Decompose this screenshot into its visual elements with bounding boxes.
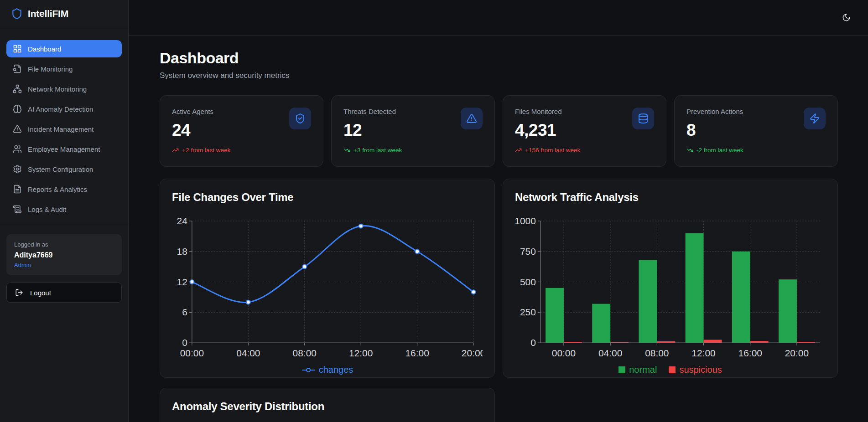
trending-up-icon xyxy=(515,147,522,154)
trending-down-icon xyxy=(686,147,693,154)
sidebar-item-label: System Configuration xyxy=(28,165,93,173)
stat-card-active-agents: Active Agents24+2 from last week xyxy=(160,95,323,167)
app-logo: IntelliFIM xyxy=(0,0,128,27)
alert-triangle-icon xyxy=(13,124,22,134)
sidebar-item-employee-management[interactable]: Employee Management xyxy=(6,140,122,158)
username: Aditya7669 xyxy=(14,251,114,259)
anomaly-severity-card: Anomaly Severity Distribution xyxy=(160,388,495,422)
scroll-icon xyxy=(13,205,22,214)
dashboard-content: Dashboard System overview and security m… xyxy=(129,36,868,422)
sidebar-item-file-monitoring[interactable]: File Monitoring xyxy=(6,60,122,77)
svg-text:20:00: 20:00 xyxy=(785,348,809,358)
sidebar-nav: DashboardFile MonitoringNetwork Monitori… xyxy=(0,27,128,218)
logout-icon xyxy=(15,288,23,297)
bar-chart: 0250500750100000:0004:0008:0012:0016:002… xyxy=(515,214,826,361)
sidebar-item-label: File Monitoring xyxy=(28,65,73,73)
svg-text:00:00: 00:00 xyxy=(180,348,204,358)
bar-chart-legend: normal suspicious xyxy=(515,365,826,375)
svg-text:04:00: 04:00 xyxy=(598,348,622,358)
logout-button[interactable]: Logout xyxy=(6,283,122,303)
sidebar-item-system-configuration[interactable]: System Configuration xyxy=(6,160,122,178)
sidebar-item-label: Incident Management xyxy=(28,125,94,133)
legend-label-normal: normal xyxy=(629,365,657,375)
sidebar-item-incident-management[interactable]: Incident Management xyxy=(6,120,122,138)
gear-icon xyxy=(13,165,22,174)
svg-text:16:00: 16:00 xyxy=(405,348,429,358)
sidebar-item-ai-anomaly-detection[interactable]: AI Anomaly Detection xyxy=(6,100,122,118)
sidebar-item-label: Reports & Analytics xyxy=(28,185,87,193)
svg-text:16:00: 16:00 xyxy=(738,348,762,358)
top-bar xyxy=(129,0,868,36)
svg-text:1000: 1000 xyxy=(515,216,536,226)
layout-grid-icon xyxy=(13,44,22,53)
bar-chart-title: Network Traffic Analysis xyxy=(515,191,826,204)
database-icon xyxy=(632,108,654,129)
file-search-icon xyxy=(13,64,22,73)
sidebar-item-label: Dashboard xyxy=(28,45,61,53)
legend-item-suspicious: suspicious xyxy=(669,365,722,375)
svg-text:12:00: 12:00 xyxy=(691,348,715,358)
sidebar-item-dashboard[interactable]: Dashboard xyxy=(6,40,122,57)
stat-value: 8 xyxy=(686,121,743,140)
svg-text:24: 24 xyxy=(177,216,188,226)
page-title: Dashboard xyxy=(160,49,838,67)
shield-check-icon xyxy=(289,108,311,129)
bottom-row: Anomaly Severity Distribution xyxy=(160,388,838,422)
anomaly-severity-title: Anomaly Severity Distribution xyxy=(172,400,483,413)
sidebar-item-label: Employee Management xyxy=(28,145,100,153)
line-series-glyph-icon xyxy=(301,367,315,373)
sidebar-item-label: AI Anomaly Detection xyxy=(28,105,93,113)
stat-label: Active Agents xyxy=(172,108,230,115)
svg-text:20:00: 20:00 xyxy=(462,348,483,358)
file-text-icon xyxy=(13,185,22,194)
svg-text:0: 0 xyxy=(182,337,187,348)
legend-item-normal: normal xyxy=(619,365,657,375)
stat-card-prevention-actions: Prevention Actions8-2 from last week xyxy=(674,95,838,167)
sidebar: IntelliFIM DashboardFile MonitoringNetwo… xyxy=(0,0,129,422)
zap-icon xyxy=(804,108,826,129)
line-chart-legend: changes xyxy=(172,365,483,375)
sidebar-item-logs-audit[interactable]: Logs & Audit xyxy=(6,201,122,218)
stat-trend-text: +3 from last week xyxy=(353,147,402,154)
trending-down-icon xyxy=(343,147,350,154)
stats-grid: Active Agents24+2 from last weekThreats … xyxy=(160,95,838,167)
sidebar-item-reports-analytics[interactable]: Reports & Analytics xyxy=(6,180,122,198)
suspicious-swatch-icon xyxy=(669,366,676,373)
stat-label: Files Monitored xyxy=(515,108,580,115)
svg-text:750: 750 xyxy=(520,246,536,257)
svg-text:12:00: 12:00 xyxy=(349,348,373,358)
stat-trend-text: +156 from last week xyxy=(525,147,580,154)
line-chart-title: File Changes Over Time xyxy=(172,191,483,204)
page-subtitle: System overview and security metrics xyxy=(160,71,838,80)
shield-logo-icon xyxy=(11,8,23,20)
charts-row: File Changes Over Time 0612182400:0004:0… xyxy=(160,179,838,378)
moon-icon xyxy=(842,13,851,22)
sidebar-item-label: Network Monitoring xyxy=(28,85,87,93)
stat-card-threats-detected: Threats Detected12+3 from last week xyxy=(331,95,495,167)
stat-label: Threats Detected xyxy=(343,108,402,115)
network-icon xyxy=(13,84,22,93)
logged-in-as-label: Logged in as xyxy=(14,241,114,248)
svg-text:12: 12 xyxy=(177,277,187,287)
theme-toggle-button[interactable] xyxy=(837,9,855,27)
legend-item-changes: changes xyxy=(301,365,353,375)
svg-text:500: 500 xyxy=(520,277,536,287)
line-chart: 0612182400:0004:0008:0012:0016:0020:00 xyxy=(172,214,483,361)
legend-label-changes: changes xyxy=(319,365,353,375)
stat-card-files-monitored: Files Monitored4,231+156 from last week xyxy=(503,95,666,167)
users-icon xyxy=(13,144,22,154)
svg-text:08:00: 08:00 xyxy=(645,348,669,358)
trending-up-icon xyxy=(172,147,179,154)
main-column: Dashboard System overview and security m… xyxy=(129,0,868,422)
stat-trend-text: -2 from last week xyxy=(696,147,743,154)
sidebar-item-network-monitoring[interactable]: Network Monitoring xyxy=(6,80,122,98)
sidebar-item-label: Logs & Audit xyxy=(28,206,66,213)
svg-text:250: 250 xyxy=(520,307,536,317)
normal-swatch-icon xyxy=(619,366,625,373)
stat-value: 24 xyxy=(172,121,230,140)
svg-text:18: 18 xyxy=(177,246,187,257)
user-card: Logged in as Aditya7669 Admin xyxy=(6,234,122,275)
stat-label: Prevention Actions xyxy=(686,108,743,115)
svg-text:00:00: 00:00 xyxy=(552,348,576,358)
stat-value: 12 xyxy=(343,121,402,140)
